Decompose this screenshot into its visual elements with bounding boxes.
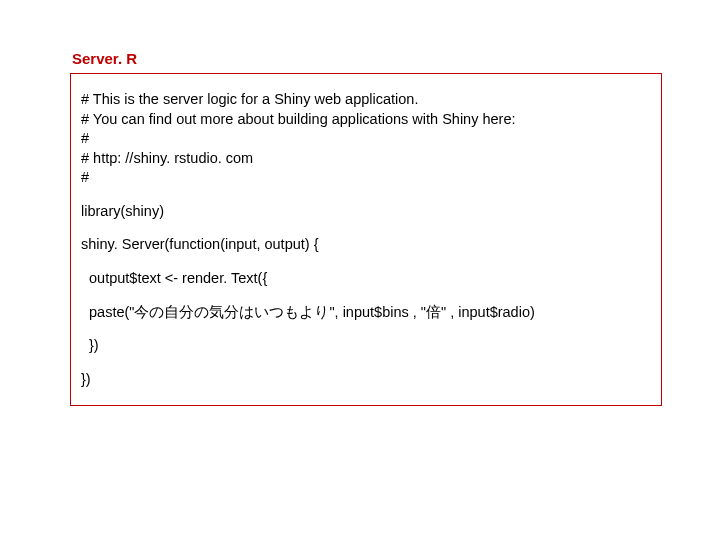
close-outer-block: }) xyxy=(81,370,651,390)
output-assign-line: output$text <- render. Text({ xyxy=(89,269,651,289)
output-assign-block: output$text <- render. Text({ xyxy=(81,269,651,289)
file-title: Server. R xyxy=(72,50,662,67)
comment-line: # xyxy=(81,129,651,149)
comment-line: # http: //shiny. rstudio. com xyxy=(81,149,651,169)
paste-line: paste("今の自分の気分はいつもより", input$bins , "倍" … xyxy=(89,303,651,323)
library-line-block: library(shiny) xyxy=(81,202,651,222)
paste-line-block: paste("今の自分の気分はいつもより", input$bins , "倍" … xyxy=(81,303,651,323)
document-container: Server. R # This is the server logic for… xyxy=(70,50,662,406)
close-outer-line: }) xyxy=(81,370,651,390)
library-line: library(shiny) xyxy=(81,202,651,222)
comment-line: # This is the server logic for a Shiny w… xyxy=(81,90,651,110)
comment-line: # You can find out more about building a… xyxy=(81,110,651,130)
close-inner-line: }) xyxy=(89,336,651,356)
comment-line: # xyxy=(81,168,651,188)
server-open-line: shiny. Server(function(input, output) { xyxy=(81,235,651,255)
code-box: # This is the server logic for a Shiny w… xyxy=(70,73,662,406)
close-inner-block: }) xyxy=(81,336,651,356)
comment-block: # This is the server logic for a Shiny w… xyxy=(81,90,651,188)
server-open-block: shiny. Server(function(input, output) { xyxy=(81,235,651,255)
